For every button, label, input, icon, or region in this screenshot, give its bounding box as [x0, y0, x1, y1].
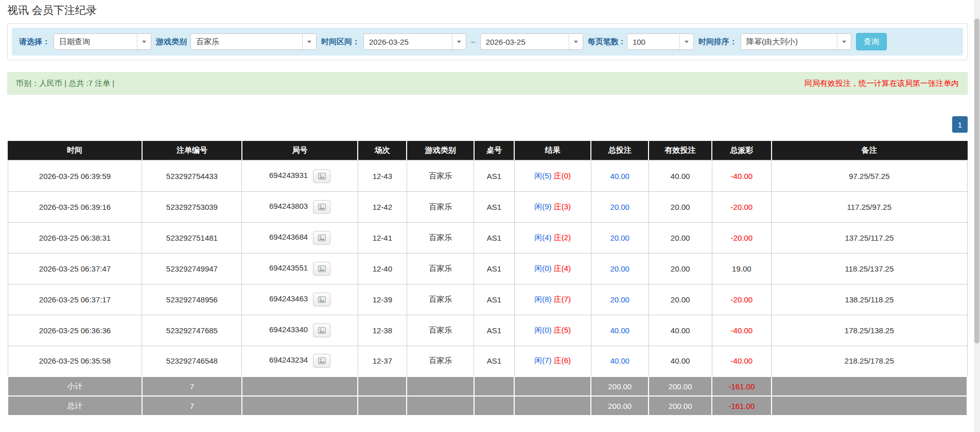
cell-session: 12-37	[358, 346, 407, 376]
column-header: 总派彩	[712, 141, 772, 160]
date-range-group: 时间区间： 2026-03-25	[321, 33, 466, 50]
sort-value: 降幂(由大到小)	[741, 37, 837, 47]
cell-round-id: 694243340	[242, 315, 358, 346]
table-row: 2026-03-25 06:36:36523292747685694243340…	[8, 315, 967, 346]
chevron-down-icon[interactable]	[837, 34, 851, 49]
cell-valid-bet: 20.00	[649, 253, 712, 284]
cell-round-id: 694243463	[242, 284, 358, 315]
query-type-select[interactable]: 日期查询	[54, 33, 151, 50]
cell-total-bet[interactable]: 40.00	[591, 160, 649, 191]
cell-total-bet[interactable]: 40.00	[591, 346, 649, 376]
cell-total-bet[interactable]: 20.00	[591, 253, 649, 284]
round-snapshot-button[interactable]	[313, 293, 330, 307]
cell-table-no: AS1	[474, 346, 514, 376]
cell-time: 2026-03-25 06:39:16	[8, 191, 142, 222]
game-type-select[interactable]: 百家乐	[190, 33, 317, 50]
cell-remark: 137.25/117.25	[772, 222, 967, 253]
scrollbar-thumb[interactable]	[974, 19, 979, 344]
table-row: 2026-03-25 06:37:47523292749947694243551…	[8, 253, 967, 284]
date-from-select[interactable]: 2026-03-25	[363, 33, 466, 50]
column-header: 结果	[514, 141, 591, 160]
result-banker: 庄(3)	[552, 202, 571, 211]
table-row: 2026-03-25 06:39:59523292754433694243931…	[8, 160, 967, 191]
cell-session: 12-39	[358, 284, 407, 315]
game-type-label: 游戏类别	[156, 37, 187, 47]
cell-valid-bet: 40.00	[649, 315, 712, 346]
round-snapshot-button[interactable]	[313, 323, 330, 337]
date-range-separator: ~	[471, 38, 476, 46]
filter-bar: 请选择： 日期查询 游戏类别 百家乐 时间区间： 2026-03-25	[12, 28, 963, 56]
cell-time: 2026-03-25 06:38:31	[8, 222, 142, 253]
cell-valid-bet: 20.00	[649, 191, 712, 222]
cell-result: 闲(8) 庄(7)	[514, 284, 591, 315]
cell-result: 闲(4) 庄(2)	[514, 222, 591, 253]
total-count: 7	[142, 396, 242, 416]
cell-bet-id: 523292746548	[142, 346, 242, 376]
query-type-value: 日期查询	[54, 37, 137, 47]
cell-bet-id: 523292754433	[142, 160, 242, 191]
round-snapshot-button[interactable]	[313, 354, 330, 368]
page-button-1[interactable]: 1	[952, 116, 968, 133]
scrollbar-track[interactable]	[974, 0, 980, 432]
filter-panel: 请选择： 日期查询 游戏类别 百家乐 时间区间： 2026-03-25	[7, 23, 968, 60]
cell-payout: -20.00	[712, 222, 772, 253]
cell-total-bet[interactable]: 40.00	[591, 315, 649, 346]
page-size-select[interactable]: 100	[627, 33, 694, 50]
chevron-down-icon[interactable]	[302, 34, 316, 49]
cell-table-no: AS1	[474, 253, 514, 284]
column-header: 总投注	[591, 141, 649, 160]
cell-session: 12-38	[358, 315, 407, 346]
date-range-label: 时间区间：	[321, 37, 360, 47]
result-player: 闲(5)	[534, 171, 551, 180]
cell-remark: 138.25/118.25	[772, 284, 967, 315]
photo-icon	[318, 327, 326, 334]
table-row: 2026-03-25 06:38:31523292751481694243684…	[8, 222, 967, 253]
result-banker: 庄(2)	[552, 233, 571, 242]
chevron-down-icon[interactable]	[137, 34, 151, 49]
result-player: 闲(8)	[534, 295, 551, 303]
cell-total-bet[interactable]: 20.00	[591, 191, 649, 222]
cell-remark: 117.25/97.25	[772, 191, 967, 222]
round-id-value: 694243340	[269, 325, 308, 334]
subtotal-count: 7	[142, 376, 242, 396]
photo-icon	[318, 173, 326, 179]
round-snapshot-button[interactable]	[313, 231, 330, 245]
cell-bet-id: 523292753039	[142, 191, 242, 222]
cell-remark: 218.25/178.25	[772, 346, 967, 376]
result-player: 闲(0)	[534, 264, 551, 273]
cell-result: 闲(7) 庄(6)	[514, 346, 591, 376]
page-title: 视讯 会员下注纪录	[7, 0, 968, 17]
round-snapshot-button[interactable]	[313, 262, 330, 276]
column-header: 局号	[242, 141, 358, 160]
result-banker: 庄(4)	[552, 264, 571, 273]
cell-time: 2026-03-25 06:37:17	[8, 284, 142, 315]
cell-valid-bet: 40.00	[649, 160, 712, 191]
result-player: 闲(9)	[534, 202, 551, 211]
query-button[interactable]: 查询	[856, 33, 887, 50]
column-header: 注单编号	[142, 141, 242, 160]
cell-round-id: 694243234	[242, 346, 358, 376]
sort-select[interactable]: 降幂(由大到小)	[741, 33, 851, 50]
result-banker: 庄(5)	[552, 326, 571, 334]
cell-total-bet[interactable]: 20.00	[591, 284, 649, 315]
cell-payout: -20.00	[712, 284, 772, 315]
result-banker: 庄(6)	[552, 356, 571, 365]
cell-payout: 19.00	[712, 253, 772, 284]
cell-bet-id: 523292748956	[142, 284, 242, 315]
cell-game-type: 百家乐	[407, 315, 474, 346]
cell-game-type: 百家乐	[407, 253, 474, 284]
cell-total-bet[interactable]: 20.00	[591, 222, 649, 253]
round-snapshot-button[interactable]	[313, 169, 330, 183]
cell-round-id: 694243931	[242, 160, 358, 191]
date-to-select[interactable]: 2026-03-25	[480, 33, 583, 50]
chevron-down-icon[interactable]	[452, 34, 466, 49]
chevron-down-icon[interactable]	[679, 34, 693, 49]
result-player: 闲(4)	[534, 233, 551, 242]
round-id-value: 694243551	[269, 263, 308, 272]
round-snapshot-button[interactable]	[313, 200, 330, 214]
cell-time: 2026-03-25 06:39:59	[8, 160, 142, 191]
cell-time: 2026-03-25 06:36:36	[8, 315, 142, 346]
game-type-value: 百家乐	[191, 37, 302, 47]
chevron-down-icon[interactable]	[569, 34, 583, 49]
cell-session: 12-41	[358, 222, 407, 253]
